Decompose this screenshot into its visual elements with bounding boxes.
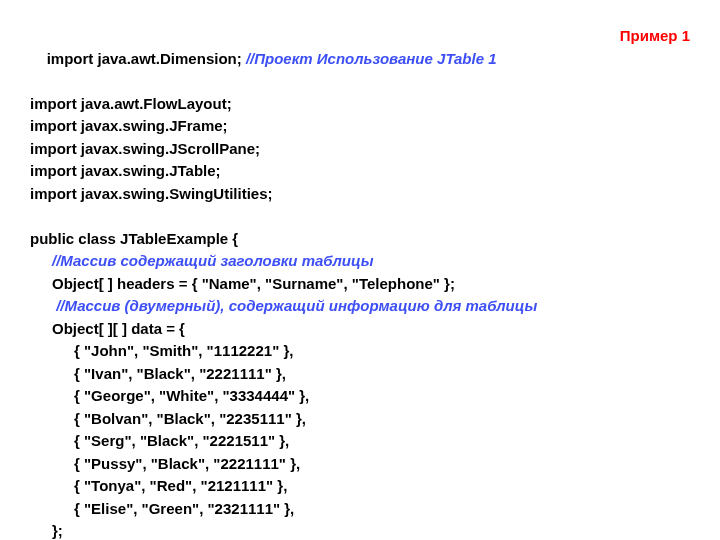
data-row: { "Elise", "Green", "2321111" },	[30, 498, 690, 521]
import-statement: import java.awt.FlowLayout;	[30, 93, 690, 116]
project-comment: //Проект Использование JTable 1	[246, 50, 497, 67]
import-statement: import java.awt.Dimension;	[47, 50, 246, 67]
data-row: { "Bolvan", "Black", "2235111" },	[30, 408, 690, 431]
class-declaration: public class JTableExample {	[30, 228, 690, 251]
example-label: Пример 1	[620, 25, 690, 48]
data-array-close: };	[30, 520, 690, 540]
data-row: { "John", "Smith", "1112221" },	[30, 340, 690, 363]
import-statement: import javax.swing.JFrame;	[30, 115, 690, 138]
data-row: { "George", "White", "3334444" },	[30, 385, 690, 408]
import-statement: import javax.swing.JScrollPane;	[30, 138, 690, 161]
headers-array: Object[ ] headers = { "Name", "Surname",…	[30, 273, 690, 296]
data-row: { "Tonya", "Red", "2121111" },	[30, 475, 690, 498]
import-statement: import javax.swing.SwingUtilities;	[30, 183, 690, 206]
data-row: { "Serg", "Black", "2221511" },	[30, 430, 690, 453]
data-row: { "Ivan", "Black", "2221111" },	[30, 363, 690, 386]
import-statement: import javax.swing.JTable;	[30, 160, 690, 183]
code-line-import-with-header: import java.awt.Dimension; //Проект Испо…	[30, 25, 690, 93]
comment-headers: //Массив содержащий заголовки таблицы	[30, 250, 690, 273]
data-array-open: Object[ ][ ] data = {	[30, 318, 690, 341]
comment-data: //Массив (двумерный), содержащий информа…	[30, 295, 690, 318]
data-row: { "Pussy", "Black", "2221111" },	[30, 453, 690, 476]
blank-line	[30, 205, 690, 228]
